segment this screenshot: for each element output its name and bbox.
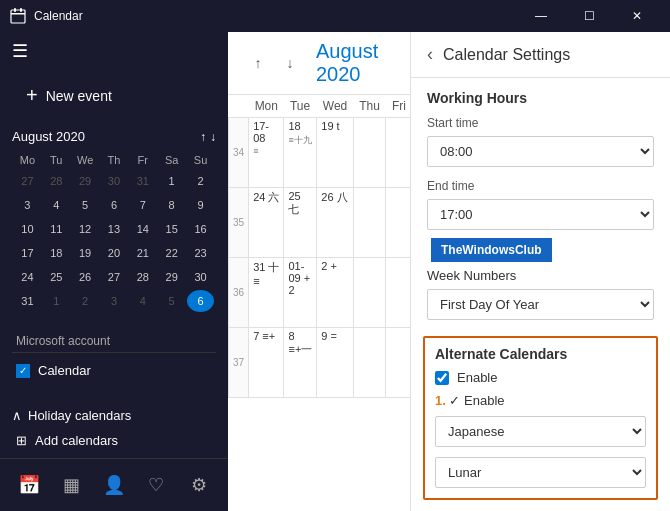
table-cell[interactable]: 01-09 + 2 [284, 258, 317, 328]
calendar-item[interactable]: ✓ Calendar [12, 357, 216, 384]
watermark: TheWindowsClub [431, 238, 552, 262]
table-cell[interactable]: 7 ≡+ [249, 328, 284, 398]
week-numbers-select[interactable]: First Day Of Year First Four Day Week Fi… [427, 289, 654, 320]
mini-cal-day[interactable]: 1 [43, 290, 70, 312]
mini-cal-day[interactable]: 18 [43, 242, 70, 264]
holiday-section: ∧ Holiday calendars ⊞ Add calendars [0, 400, 228, 458]
mini-cal-day[interactable]: 1 [158, 170, 185, 192]
table-cell[interactable]: 8 ≡+一 [284, 328, 317, 398]
mini-cal-day[interactable]: 10 [14, 218, 41, 240]
mini-cal-day[interactable]: 2 [187, 170, 214, 192]
holiday-calendars-item[interactable]: ∧ Holiday calendars [12, 404, 216, 427]
week-number: 37 [229, 328, 249, 398]
table-cell[interactable]: 31 十≡ [249, 258, 284, 328]
calendar-type-select[interactable]: Lunar Gregorian [435, 457, 646, 488]
add-calendars-button[interactable]: ⊞ Add calendars [12, 427, 216, 454]
nav-settings-icon[interactable]: ⚙ [181, 467, 217, 503]
mini-cal-day[interactable]: 28 [43, 170, 70, 192]
mini-cal-day[interactable]: 6 [101, 194, 128, 216]
mini-cal-day[interactable]: 30 [101, 170, 128, 192]
table-cell[interactable] [386, 258, 410, 328]
start-time-select[interactable]: 08:00 [427, 136, 654, 167]
mini-cal-day[interactable]: 8 [158, 194, 185, 216]
mini-cal-day[interactable]: 4 [43, 194, 70, 216]
mini-cal-day[interactable]: 17 [14, 242, 41, 264]
add-icon: ⊞ [16, 433, 27, 448]
nav-calendar-icon[interactable]: 📅 [11, 467, 47, 503]
holiday-label: Holiday calendars [28, 408, 131, 423]
table-cell[interactable]: 24 六 [249, 188, 284, 258]
week-number: 35 [229, 188, 249, 258]
mini-cal-day[interactable]: 7 [129, 194, 156, 216]
cal-nav-down[interactable]: ↓ [276, 49, 304, 77]
table-cell[interactable] [353, 328, 386, 398]
mini-cal-day[interactable]: 13 [101, 218, 128, 240]
mini-cal-day[interactable]: 29 [72, 170, 99, 192]
mini-cal-day[interactable]: 30 [187, 266, 214, 288]
table-cell[interactable]: 26 八 [317, 188, 353, 258]
mini-cal-day[interactable]: 29 [158, 266, 185, 288]
mini-cal-day[interactable]: 26 [72, 266, 99, 288]
table-cell[interactable]: 9 = [317, 328, 353, 398]
minimize-button[interactable]: — [518, 0, 564, 32]
enable-label: Enable [457, 370, 497, 385]
mini-cal-day[interactable]: 31 [14, 290, 41, 312]
week-number: 36 [229, 258, 249, 328]
mini-cal-day[interactable]: 6 [187, 290, 214, 312]
mini-cal-day[interactable]: 9 [187, 194, 214, 216]
mini-cal-day[interactable]: 25 [43, 266, 70, 288]
mini-cal-day[interactable]: 16 [187, 218, 214, 240]
table-cell[interactable]: 2 + [317, 258, 353, 328]
hamburger-icon[interactable]: ☰ [12, 40, 28, 62]
mini-cal-day[interactable]: 2 [72, 290, 99, 312]
mini-cal-day[interactable]: 28 [129, 266, 156, 288]
maximize-button[interactable]: ☐ [566, 0, 612, 32]
mini-cal-day[interactable]: 19 [72, 242, 99, 264]
nav-people-icon[interactable]: 👤 [96, 467, 132, 503]
mini-cal-day[interactable]: 21 [129, 242, 156, 264]
mini-cal-day[interactable]: 27 [14, 170, 41, 192]
table-cell[interactable] [386, 118, 410, 188]
cal-month-title: August 2020 [316, 40, 394, 86]
table-cell[interactable]: 19 t [317, 118, 353, 188]
settings-back-button[interactable]: ‹ [427, 44, 433, 65]
table-cell[interactable] [353, 118, 386, 188]
mini-cal-day[interactable]: 4 [129, 290, 156, 312]
table-cell[interactable] [386, 188, 410, 258]
mini-cal-day[interactable]: 23 [187, 242, 214, 264]
table-cell[interactable]: 18≡十九 [284, 118, 317, 188]
sidebar-top: ☰ [0, 32, 228, 70]
mini-cal-day[interactable]: 3 [14, 194, 41, 216]
new-event-button[interactable]: + New event [10, 74, 218, 117]
mini-cal-prev[interactable]: ↑ [200, 130, 206, 144]
end-time-select[interactable]: 17:00 [427, 199, 654, 230]
language-select[interactable]: Japanese Chinese Arabic [435, 416, 646, 447]
cal-nav-up[interactable]: ↑ [244, 49, 272, 77]
close-button[interactable]: ✕ [614, 0, 660, 32]
mini-cal-day[interactable]: 5 [72, 194, 99, 216]
nav-heart-icon[interactable]: ♡ [138, 467, 174, 503]
table-cell[interactable]: 25 七 [284, 188, 317, 258]
mini-cal-day[interactable]: 11 [43, 218, 70, 240]
enable-checkbox[interactable] [435, 371, 449, 385]
mini-cal-day[interactable]: 20 [101, 242, 128, 264]
table-cell[interactable] [353, 258, 386, 328]
mini-cal-day[interactable]: 31 [129, 170, 156, 192]
calendar-checkbox[interactable]: ✓ [16, 364, 30, 378]
nav-list-icon[interactable]: ▦ [54, 467, 90, 503]
col-fri: Fri [386, 95, 410, 118]
mini-cal-day[interactable]: 3 [101, 290, 128, 312]
mini-cal-day[interactable]: 12 [72, 218, 99, 240]
mini-cal-day[interactable]: 22 [158, 242, 185, 264]
mini-cal-day[interactable]: 5 [158, 290, 185, 312]
table-cell[interactable] [386, 328, 410, 398]
mini-cal-day[interactable]: 14 [129, 218, 156, 240]
table-cell[interactable] [353, 188, 386, 258]
table-cell[interactable]: 17-08≡ [249, 118, 284, 188]
enable-row: Enable [435, 370, 646, 385]
mini-cal-day[interactable]: 27 [101, 266, 128, 288]
mini-cal-day[interactable]: 24 [14, 266, 41, 288]
sidebar-bottom-nav: 📅 ▦ 👤 ♡ ⚙ [0, 458, 228, 511]
mini-cal-day[interactable]: 15 [158, 218, 185, 240]
mini-cal-next[interactable]: ↓ [210, 130, 216, 144]
